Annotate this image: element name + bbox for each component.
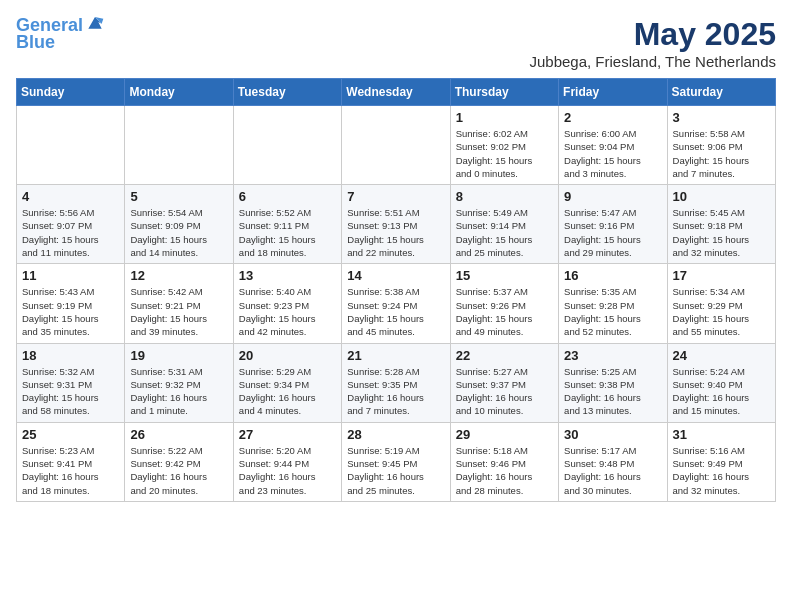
day-info: Sunrise: 5:32 AM Sunset: 9:31 PM Dayligh… (22, 365, 119, 418)
day-info: Sunrise: 6:02 AM Sunset: 9:02 PM Dayligh… (456, 127, 553, 180)
day-info: Sunrise: 5:16 AM Sunset: 9:49 PM Dayligh… (673, 444, 770, 497)
day-number: 13 (239, 268, 336, 283)
weekday-header-thursday: Thursday (450, 79, 558, 106)
day-number: 2 (564, 110, 661, 125)
calendar-week-4: 18Sunrise: 5:32 AM Sunset: 9:31 PM Dayli… (17, 343, 776, 422)
weekday-header-sunday: Sunday (17, 79, 125, 106)
calendar-cell: 27Sunrise: 5:20 AM Sunset: 9:44 PM Dayli… (233, 422, 341, 501)
day-number: 7 (347, 189, 444, 204)
calendar-cell: 21Sunrise: 5:28 AM Sunset: 9:35 PM Dayli… (342, 343, 450, 422)
calendar-week-2: 4Sunrise: 5:56 AM Sunset: 9:07 PM Daylig… (17, 185, 776, 264)
day-info: Sunrise: 5:18 AM Sunset: 9:46 PM Dayligh… (456, 444, 553, 497)
calendar-cell: 7Sunrise: 5:51 AM Sunset: 9:13 PM Daylig… (342, 185, 450, 264)
calendar-cell: 16Sunrise: 5:35 AM Sunset: 9:28 PM Dayli… (559, 264, 667, 343)
calendar-cell: 3Sunrise: 5:58 AM Sunset: 9:06 PM Daylig… (667, 106, 775, 185)
day-number: 25 (22, 427, 119, 442)
weekday-header-wednesday: Wednesday (342, 79, 450, 106)
calendar-cell: 31Sunrise: 5:16 AM Sunset: 9:49 PM Dayli… (667, 422, 775, 501)
day-number: 10 (673, 189, 770, 204)
day-info: Sunrise: 5:45 AM Sunset: 9:18 PM Dayligh… (673, 206, 770, 259)
calendar-cell: 6Sunrise: 5:52 AM Sunset: 9:11 PM Daylig… (233, 185, 341, 264)
day-info: Sunrise: 5:40 AM Sunset: 9:23 PM Dayligh… (239, 285, 336, 338)
day-number: 15 (456, 268, 553, 283)
day-info: Sunrise: 5:58 AM Sunset: 9:06 PM Dayligh… (673, 127, 770, 180)
logo: General Blue (16, 16, 105, 53)
day-number: 31 (673, 427, 770, 442)
day-number: 9 (564, 189, 661, 204)
calendar-cell: 22Sunrise: 5:27 AM Sunset: 9:37 PM Dayli… (450, 343, 558, 422)
calendar-week-3: 11Sunrise: 5:43 AM Sunset: 9:19 PM Dayli… (17, 264, 776, 343)
calendar-cell: 4Sunrise: 5:56 AM Sunset: 9:07 PM Daylig… (17, 185, 125, 264)
calendar-cell: 30Sunrise: 5:17 AM Sunset: 9:48 PM Dayli… (559, 422, 667, 501)
logo-icon (85, 12, 105, 32)
calendar-cell: 9Sunrise: 5:47 AM Sunset: 9:16 PM Daylig… (559, 185, 667, 264)
calendar-cell: 23Sunrise: 5:25 AM Sunset: 9:38 PM Dayli… (559, 343, 667, 422)
day-info: Sunrise: 5:28 AM Sunset: 9:35 PM Dayligh… (347, 365, 444, 418)
day-info: Sunrise: 5:29 AM Sunset: 9:34 PM Dayligh… (239, 365, 336, 418)
calendar-cell: 17Sunrise: 5:34 AM Sunset: 9:29 PM Dayli… (667, 264, 775, 343)
calendar-cell (342, 106, 450, 185)
day-number: 19 (130, 348, 227, 363)
day-number: 20 (239, 348, 336, 363)
calendar-cell (17, 106, 125, 185)
day-info: Sunrise: 5:24 AM Sunset: 9:40 PM Dayligh… (673, 365, 770, 418)
day-info: Sunrise: 5:35 AM Sunset: 9:28 PM Dayligh… (564, 285, 661, 338)
day-number: 3 (673, 110, 770, 125)
day-info: Sunrise: 5:52 AM Sunset: 9:11 PM Dayligh… (239, 206, 336, 259)
day-number: 23 (564, 348, 661, 363)
weekday-header-saturday: Saturday (667, 79, 775, 106)
day-number: 5 (130, 189, 227, 204)
day-number: 29 (456, 427, 553, 442)
day-info: Sunrise: 5:42 AM Sunset: 9:21 PM Dayligh… (130, 285, 227, 338)
calendar-cell: 19Sunrise: 5:31 AM Sunset: 9:32 PM Dayli… (125, 343, 233, 422)
calendar-header-row: SundayMondayTuesdayWednesdayThursdayFrid… (17, 79, 776, 106)
calendar-cell: 24Sunrise: 5:24 AM Sunset: 9:40 PM Dayli… (667, 343, 775, 422)
weekday-header-tuesday: Tuesday (233, 79, 341, 106)
day-number: 12 (130, 268, 227, 283)
weekday-header-monday: Monday (125, 79, 233, 106)
calendar-week-5: 25Sunrise: 5:23 AM Sunset: 9:41 PM Dayli… (17, 422, 776, 501)
page-header: General Blue May 2025 Jubbega, Friesland… (16, 16, 776, 70)
calendar-cell: 15Sunrise: 5:37 AM Sunset: 9:26 PM Dayli… (450, 264, 558, 343)
calendar-cell: 1Sunrise: 6:02 AM Sunset: 9:02 PM Daylig… (450, 106, 558, 185)
calendar-cell: 28Sunrise: 5:19 AM Sunset: 9:45 PM Dayli… (342, 422, 450, 501)
day-number: 8 (456, 189, 553, 204)
day-info: Sunrise: 5:56 AM Sunset: 9:07 PM Dayligh… (22, 206, 119, 259)
day-info: Sunrise: 5:49 AM Sunset: 9:14 PM Dayligh… (456, 206, 553, 259)
calendar-cell: 26Sunrise: 5:22 AM Sunset: 9:42 PM Dayli… (125, 422, 233, 501)
calendar-week-1: 1Sunrise: 6:02 AM Sunset: 9:02 PM Daylig… (17, 106, 776, 185)
calendar-cell: 20Sunrise: 5:29 AM Sunset: 9:34 PM Dayli… (233, 343, 341, 422)
day-number: 30 (564, 427, 661, 442)
day-number: 28 (347, 427, 444, 442)
day-info: Sunrise: 5:54 AM Sunset: 9:09 PM Dayligh… (130, 206, 227, 259)
day-info: Sunrise: 5:31 AM Sunset: 9:32 PM Dayligh… (130, 365, 227, 418)
calendar-cell: 14Sunrise: 5:38 AM Sunset: 9:24 PM Dayli… (342, 264, 450, 343)
day-number: 16 (564, 268, 661, 283)
day-info: Sunrise: 5:27 AM Sunset: 9:37 PM Dayligh… (456, 365, 553, 418)
day-number: 26 (130, 427, 227, 442)
day-info: Sunrise: 6:00 AM Sunset: 9:04 PM Dayligh… (564, 127, 661, 180)
day-number: 14 (347, 268, 444, 283)
day-number: 21 (347, 348, 444, 363)
calendar-cell: 18Sunrise: 5:32 AM Sunset: 9:31 PM Dayli… (17, 343, 125, 422)
day-info: Sunrise: 5:22 AM Sunset: 9:42 PM Dayligh… (130, 444, 227, 497)
calendar-cell: 25Sunrise: 5:23 AM Sunset: 9:41 PM Dayli… (17, 422, 125, 501)
calendar-cell (233, 106, 341, 185)
day-number: 6 (239, 189, 336, 204)
calendar-cell: 10Sunrise: 5:45 AM Sunset: 9:18 PM Dayli… (667, 185, 775, 264)
calendar-cell: 12Sunrise: 5:42 AM Sunset: 9:21 PM Dayli… (125, 264, 233, 343)
calendar-table: SundayMondayTuesdayWednesdayThursdayFrid… (16, 78, 776, 502)
day-info: Sunrise: 5:51 AM Sunset: 9:13 PM Dayligh… (347, 206, 444, 259)
day-info: Sunrise: 5:23 AM Sunset: 9:41 PM Dayligh… (22, 444, 119, 497)
day-info: Sunrise: 5:25 AM Sunset: 9:38 PM Dayligh… (564, 365, 661, 418)
day-info: Sunrise: 5:34 AM Sunset: 9:29 PM Dayligh… (673, 285, 770, 338)
calendar-cell: 2Sunrise: 6:00 AM Sunset: 9:04 PM Daylig… (559, 106, 667, 185)
day-number: 4 (22, 189, 119, 204)
day-number: 1 (456, 110, 553, 125)
day-info: Sunrise: 5:20 AM Sunset: 9:44 PM Dayligh… (239, 444, 336, 497)
day-number: 18 (22, 348, 119, 363)
day-info: Sunrise: 5:19 AM Sunset: 9:45 PM Dayligh… (347, 444, 444, 497)
calendar-cell: 11Sunrise: 5:43 AM Sunset: 9:19 PM Dayli… (17, 264, 125, 343)
day-number: 17 (673, 268, 770, 283)
day-info: Sunrise: 5:17 AM Sunset: 9:48 PM Dayligh… (564, 444, 661, 497)
